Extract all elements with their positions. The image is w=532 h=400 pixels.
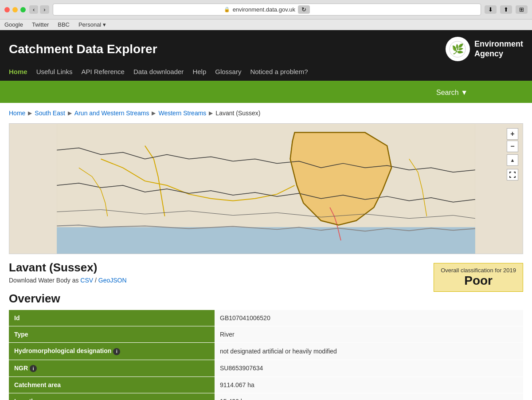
search-bar-area: Search ▼ bbox=[0, 81, 532, 103]
breadcrumb-south-east[interactable]: South East bbox=[35, 110, 65, 117]
table-row: Hydromorphological designationinot desig… bbox=[9, 343, 523, 360]
bookmark-bbc[interactable]: BBC bbox=[58, 21, 70, 28]
main-content: Home ▶ South East ▶ Arun and Western Str… bbox=[0, 103, 532, 400]
breadcrumb-sep-3: ▶ bbox=[152, 110, 156, 116]
info-icon[interactable]: i bbox=[30, 365, 37, 372]
map-container[interactable]: Portsmouth Portsmouth + − ▲ bbox=[9, 123, 523, 254]
nav-noticed-problem[interactable]: Noticed a problem? bbox=[250, 68, 308, 75]
title-download-section: Overall classification for 2019 Poor Lav… bbox=[9, 261, 523, 292]
table-cell-value: 15.426 km bbox=[215, 393, 523, 400]
bookmark-twitter[interactable]: Twitter bbox=[32, 21, 49, 28]
bookmarks-bar: Google Twitter BBC Personal ▾ bbox=[0, 20, 532, 30]
search-button[interactable]: Search ▼ bbox=[425, 84, 479, 101]
download-manager-icon[interactable]: ⬇ bbox=[485, 5, 497, 14]
table-cell-value: SU8653907634 bbox=[215, 360, 523, 377]
breadcrumb: Home ▶ South East ▶ Arun and Western Str… bbox=[9, 110, 523, 117]
classification-badge: Overall classification for 2019 Poor bbox=[434, 263, 523, 292]
table-cell-value: not designated artificial or heavily mod… bbox=[215, 343, 523, 360]
table-cell-value: GB107041006520 bbox=[215, 310, 523, 326]
bookmark-google[interactable]: Google bbox=[4, 21, 23, 28]
ea-logo-text: EnvironmentAgency bbox=[474, 39, 523, 59]
table-cell-label: Id bbox=[9, 310, 215, 326]
reload-button[interactable]: ↻ bbox=[298, 5, 310, 14]
close-button[interactable] bbox=[4, 7, 10, 12]
breadcrumb-western-streams[interactable]: Western Streams bbox=[158, 110, 206, 117]
browser-chrome: ‹ › 🔒 environment.data.gov.uk ↻ ⬇ ⬆ ⊞ bbox=[0, 0, 532, 20]
breadcrumb-sep-2: ▶ bbox=[68, 110, 72, 116]
map-fullscreen[interactable] bbox=[507, 169, 518, 180]
url-text: environment.data.gov.uk bbox=[233, 6, 295, 13]
map-north[interactable]: ▲ bbox=[507, 154, 518, 166]
back-button[interactable]: ‹ bbox=[29, 5, 38, 14]
map-controls: + − ▲ bbox=[507, 128, 518, 180]
ea-logo: 🌿 EnvironmentAgency bbox=[446, 37, 523, 61]
ea-logo-icon: 🌿 bbox=[446, 37, 470, 61]
forward-button[interactable]: › bbox=[40, 5, 49, 14]
overview-table: IdGB107041006520TypeRiverHydromorphologi… bbox=[9, 310, 523, 400]
download-links: Download Water Body as CSV / GeoJSON bbox=[9, 277, 127, 284]
maximize-button[interactable] bbox=[20, 7, 26, 12]
download-separator: / bbox=[95, 277, 97, 284]
new-tab-icon[interactable]: ⊞ bbox=[516, 5, 528, 14]
table-cell-label: Length bbox=[9, 393, 215, 400]
bookmark-personal[interactable]: Personal ▾ bbox=[78, 21, 106, 28]
svg-text:🌿: 🌿 bbox=[452, 43, 464, 55]
table-cell-value: River bbox=[215, 326, 523, 343]
table-row: Length15.426 km bbox=[9, 393, 523, 400]
table-cell-label: Type bbox=[9, 326, 215, 343]
info-icon[interactable]: i bbox=[113, 348, 120, 355]
nav-api-reference[interactable]: API Reference bbox=[81, 68, 125, 75]
breadcrumb-home[interactable]: Home bbox=[9, 110, 25, 117]
table-row: Catchment area9114.067 ha bbox=[9, 377, 523, 393]
nav-data-downloader[interactable]: Data downloader bbox=[133, 68, 184, 75]
table-cell-value: 9114.067 ha bbox=[215, 377, 523, 393]
nav-help[interactable]: Help bbox=[192, 68, 206, 75]
breadcrumb-sep-4: ▶ bbox=[209, 110, 213, 116]
nav-useful-links[interactable]: Useful Links bbox=[36, 68, 73, 75]
download-csv-link[interactable]: CSV bbox=[80, 277, 93, 284]
download-text: Download Water Body as bbox=[9, 277, 78, 284]
table-cell-label: Catchment area bbox=[9, 377, 215, 393]
classification-label: Overall classification for 2019 bbox=[441, 267, 516, 274]
lock-icon: 🔒 bbox=[224, 7, 230, 12]
map-svg: Portsmouth Portsmouth bbox=[9, 124, 523, 254]
table-row: IdGB107041006520 bbox=[9, 310, 523, 326]
breadcrumb-arun[interactable]: Arun and Western Streams bbox=[74, 110, 149, 117]
table-row: TypeRiver bbox=[9, 326, 523, 343]
site-header: Catchment Data Explorer 🌿 EnvironmentAge… bbox=[0, 30, 532, 68]
breadcrumb-current: Lavant (Sussex) bbox=[215, 110, 260, 117]
nav-home[interactable]: Home bbox=[9, 68, 27, 75]
minimize-button[interactable] bbox=[12, 7, 18, 12]
table-row: NGRiSU8653907634 bbox=[9, 360, 523, 377]
classification-value: Poor bbox=[441, 274, 516, 288]
breadcrumb-sep-1: ▶ bbox=[28, 110, 32, 116]
nav-glossary[interactable]: Glossary bbox=[215, 68, 241, 75]
site-nav: Home Useful Links API Reference Data dow… bbox=[0, 68, 532, 81]
table-cell-label: Hydromorphological designationi bbox=[9, 343, 215, 360]
section-heading: Overview bbox=[9, 292, 523, 306]
traffic-lights bbox=[4, 7, 26, 12]
map-zoom-out[interactable]: − bbox=[507, 141, 518, 152]
address-bar[interactable]: 🔒 environment.data.gov.uk ↻ bbox=[53, 4, 481, 16]
table-cell-label: NGRi bbox=[9, 360, 215, 377]
site-title: Catchment Data Explorer bbox=[9, 42, 157, 56]
share-icon[interactable]: ⬆ bbox=[500, 5, 512, 14]
download-geojson-link[interactable]: GeoJSON bbox=[98, 277, 127, 284]
svg-rect-5 bbox=[57, 227, 475, 254]
map-zoom-in[interactable]: + bbox=[507, 128, 518, 140]
